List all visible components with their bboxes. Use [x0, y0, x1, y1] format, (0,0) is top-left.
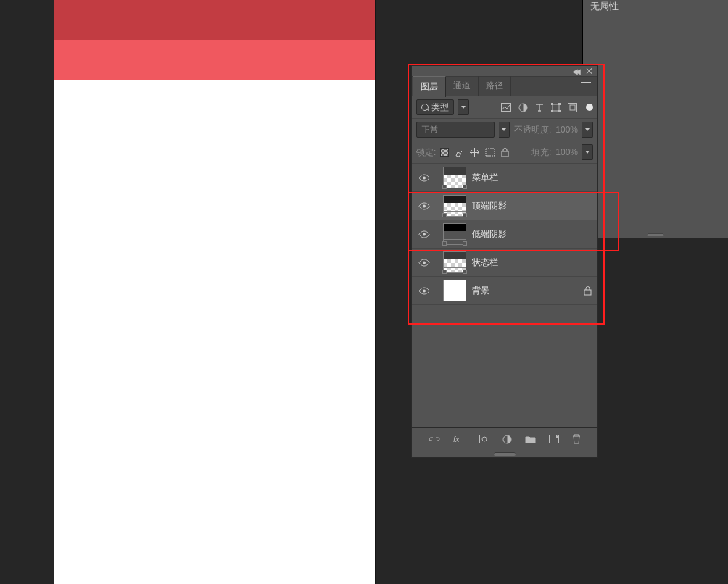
- new-layer-icon[interactable]: [549, 435, 559, 443]
- svg-rect-10: [502, 151, 508, 157]
- blend-mode-chevron[interactable]: [499, 122, 510, 138]
- collapse-icon[interactable]: ◀◀: [570, 66, 580, 76]
- visibility-toggle[interactable]: [412, 220, 437, 248]
- opacity-label: 不透明度:: [514, 124, 551, 136]
- blend-mode-select[interactable]: 正常: [416, 122, 495, 138]
- filter-pixel-icon[interactable]: [501, 103, 511, 112]
- eye-icon: [418, 259, 430, 267]
- lock-artboard-icon[interactable]: [485, 148, 495, 157]
- lock-icon[interactable]: [584, 286, 592, 296]
- mask-icon[interactable]: [479, 435, 489, 443]
- tab-channels[interactable]: 通道: [446, 76, 479, 96]
- blend-row: 正常 不透明度: 100%: [412, 119, 597, 141]
- layer-row[interactable]: 顶端阴影: [412, 192, 597, 220]
- fill-label: 填充:: [531, 146, 551, 159]
- filter-toggle[interactable]: [586, 104, 593, 111]
- visibility-toggle[interactable]: [412, 249, 437, 276]
- lock-brush-icon[interactable]: [455, 148, 464, 157]
- filter-kind-chevron[interactable]: [458, 99, 469, 115]
- svg-rect-8: [570, 105, 575, 110]
- layer-list: 菜单栏顶端阴影低端阴影状态栏背景: [412, 164, 597, 305]
- layer-thumbnail[interactable]: [443, 223, 466, 245]
- panel-resize-handle[interactable]: [494, 452, 516, 456]
- layer-thumbnail[interactable]: [443, 167, 466, 188]
- layers-bottom-bar: fx: [412, 427, 597, 450]
- svg-point-15: [423, 289, 426, 292]
- tab-paths[interactable]: 路径: [479, 76, 511, 96]
- artboard-status-bar: [54, 0, 375, 40]
- layers-panel: ◀◀ 图层 通道 路径 类型 正常 不透明度: 100%: [411, 65, 598, 458]
- filter-type-icon[interactable]: [535, 103, 544, 112]
- fill-chevron[interactable]: [582, 144, 593, 160]
- svg-point-11: [423, 176, 426, 179]
- svg-rect-2: [553, 104, 559, 111]
- lock-row: 锁定: 填充: 100%: [412, 141, 597, 164]
- eye-icon: [418, 202, 430, 210]
- layer-name[interactable]: 背景: [472, 285, 489, 297]
- lock-all-icon[interactable]: [501, 148, 509, 157]
- panel-resize-handle[interactable]: [647, 233, 664, 236]
- layer-filter-row: 类型: [412, 96, 597, 119]
- layer-name[interactable]: 状态栏: [472, 256, 498, 269]
- svg-rect-7: [568, 103, 577, 112]
- svg-rect-16: [584, 290, 591, 295]
- svg-rect-3: [551, 103, 553, 105]
- lock-label: 锁定:: [416, 146, 436, 159]
- filter-kind-label: 类型: [431, 101, 449, 114]
- eye-icon: [418, 230, 430, 238]
- layer-name[interactable]: 菜单栏: [472, 172, 498, 184]
- layer-row[interactable]: 背景: [412, 277, 597, 305]
- svg-point-12: [423, 204, 426, 207]
- svg-text:fx: fx: [453, 435, 460, 443]
- layer-thumbnail[interactable]: [443, 251, 466, 273]
- opacity-value[interactable]: 100%: [555, 125, 578, 135]
- properties-panel: 无属性: [582, 0, 728, 238]
- filter-smart-icon[interactable]: [568, 103, 577, 112]
- tab-layers[interactable]: 图层: [413, 76, 446, 97]
- eye-icon: [418, 287, 430, 295]
- blend-mode-value: 正常: [421, 124, 439, 136]
- adjustment-icon[interactable]: [502, 435, 512, 444]
- document-canvas[interactable]: [54, 0, 375, 584]
- properties-title: 无属性: [590, 0, 619, 13]
- svg-rect-5: [551, 110, 553, 112]
- svg-rect-6: [558, 110, 561, 112]
- opacity-chevron[interactable]: [582, 122, 593, 138]
- lock-position-icon[interactable]: [470, 148, 479, 157]
- layer-thumbnail[interactable]: [443, 280, 466, 301]
- svg-rect-0: [502, 104, 511, 112]
- svg-rect-9: [486, 149, 495, 156]
- lock-transparency-icon[interactable]: [440, 148, 449, 157]
- panel-menu-icon[interactable]: [579, 77, 597, 96]
- visibility-toggle[interactable]: [412, 164, 437, 191]
- visibility-toggle[interactable]: [412, 192, 437, 220]
- layer-name[interactable]: 低端阴影: [472, 228, 507, 241]
- svg-point-13: [423, 233, 426, 235]
- trash-icon[interactable]: [572, 434, 581, 444]
- panel-tabs: 图层 通道 路径: [412, 77, 597, 96]
- filter-adjust-icon[interactable]: [518, 103, 528, 112]
- fx-icon[interactable]: fx: [453, 435, 466, 443]
- group-icon[interactable]: [525, 435, 536, 443]
- close-icon[interactable]: [584, 66, 595, 76]
- svg-rect-4: [558, 103, 561, 105]
- layer-thumbnail[interactable]: [443, 195, 466, 217]
- filter-shape-icon[interactable]: [551, 103, 561, 112]
- fill-value[interactable]: 100%: [555, 147, 578, 157]
- visibility-toggle[interactable]: [412, 277, 437, 304]
- artboard-nav-bar: [54, 40, 375, 80]
- svg-point-14: [423, 261, 426, 264]
- svg-point-19: [482, 437, 487, 441]
- filter-kind-select[interactable]: 类型: [416, 99, 454, 115]
- layer-row[interactable]: 低端阴影: [412, 220, 597, 249]
- eye-icon: [418, 174, 430, 182]
- layer-row[interactable]: 菜单栏: [412, 164, 597, 192]
- layer-name[interactable]: 顶端阴影: [472, 200, 507, 212]
- link-icon[interactable]: [429, 435, 440, 443]
- layer-row[interactable]: 状态栏: [412, 249, 597, 277]
- svg-rect-18: [480, 435, 489, 443]
